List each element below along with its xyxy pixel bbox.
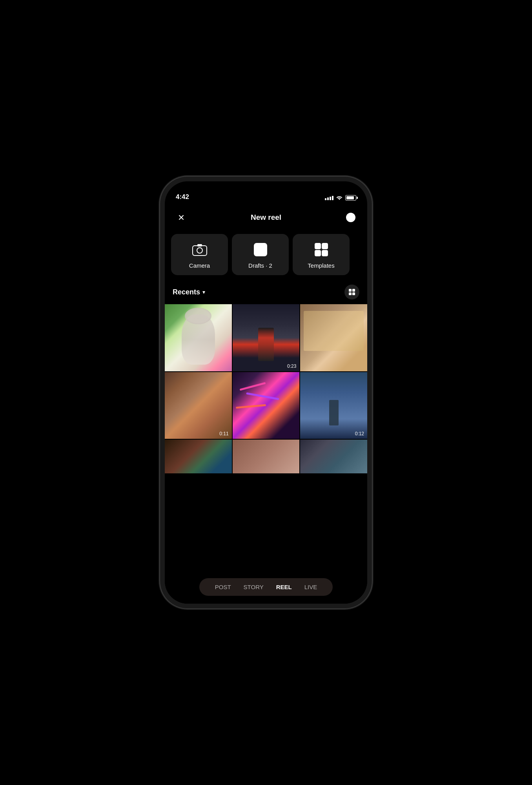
grid-cell-person-dark[interactable]: 0:23: [233, 304, 300, 371]
grid-cell-couple[interactable]: 0:11: [165, 372, 232, 439]
phone-screen: 4:42: [165, 181, 367, 604]
dynamic-island: [242, 187, 290, 200]
grid-cell-japanese-room[interactable]: [300, 304, 367, 371]
svg-rect-19: [349, 292, 352, 295]
app-header: New reel: [165, 204, 367, 231]
grid-cell-gradient-pink[interactable]: [233, 440, 300, 473]
photo-grid: 0:23: [165, 304, 367, 604]
bottom-nav: POST STORY REEL LIVE: [165, 573, 367, 604]
svg-rect-13: [316, 245, 319, 248]
grid-cell-synth[interactable]: [233, 372, 300, 439]
recents-label: Recents: [173, 288, 200, 296]
svg-rect-15: [316, 252, 319, 255]
cell-duration-couple: 0:11: [219, 431, 228, 436]
camera-label: Camera: [189, 262, 210, 269]
svg-point-3: [197, 248, 202, 253]
app-content: New reel: [165, 204, 367, 604]
recents-dropdown[interactable]: Recents ▾: [173, 288, 205, 296]
svg-rect-16: [323, 252, 326, 255]
drafts-label: Drafts · 2: [248, 262, 272, 269]
drafts-icon: [252, 241, 269, 258]
close-button[interactable]: [174, 210, 188, 225]
battery-fill: [346, 196, 354, 199]
layout-toggle-button[interactable]: [344, 285, 359, 299]
phone-frame: 4:42: [160, 177, 372, 608]
templates-label: Templates: [308, 262, 334, 269]
nav-story[interactable]: STORY: [237, 582, 270, 592]
page-title: New reel: [251, 213, 281, 222]
svg-rect-4: [197, 244, 202, 246]
svg-rect-2: [193, 246, 207, 256]
svg-rect-17: [349, 289, 352, 292]
grid-row-3: [165, 440, 367, 473]
svg-rect-18: [352, 289, 355, 292]
chevron-down-icon: ▾: [202, 289, 205, 295]
camera-icon: [191, 241, 208, 258]
grid-cell-person-blue[interactable]: 0:12: [300, 372, 367, 439]
grid-row-1: 0:23: [165, 304, 367, 371]
nav-post[interactable]: POST: [209, 582, 237, 592]
grid-cell-seafood[interactable]: [300, 440, 367, 473]
svg-rect-20: [352, 292, 355, 295]
grid-cell-alien[interactable]: [165, 304, 232, 371]
nav-live[interactable]: LIVE: [298, 582, 324, 592]
templates-icon: [313, 241, 330, 258]
cell-duration-person-blue: 0:12: [355, 431, 364, 436]
templates-button[interactable]: Templates: [293, 234, 350, 275]
grid-row-2: 0:11: [165, 372, 367, 439]
bottom-nav-pill: POST STORY REEL LIVE: [199, 578, 333, 596]
status-time: 4:42: [176, 193, 189, 202]
nav-reel[interactable]: REEL: [270, 582, 298, 592]
cell-duration-person-dark: 0:23: [287, 363, 296, 369]
wifi-icon: [336, 195, 343, 201]
action-buttons-row: Camera Drafts · 2: [165, 231, 367, 281]
drafts-button[interactable]: Drafts · 2: [232, 234, 289, 275]
status-icons: [325, 195, 356, 202]
battery-icon: [345, 195, 356, 201]
camera-button[interactable]: Camera: [171, 234, 228, 275]
svg-rect-14: [323, 245, 326, 248]
recents-row: Recents ▾: [165, 281, 367, 304]
grid-cell-art[interactable]: [165, 440, 232, 473]
settings-button[interactable]: [344, 210, 358, 225]
svg-point-1: [350, 216, 352, 219]
signal-bars-icon: [325, 196, 333, 200]
